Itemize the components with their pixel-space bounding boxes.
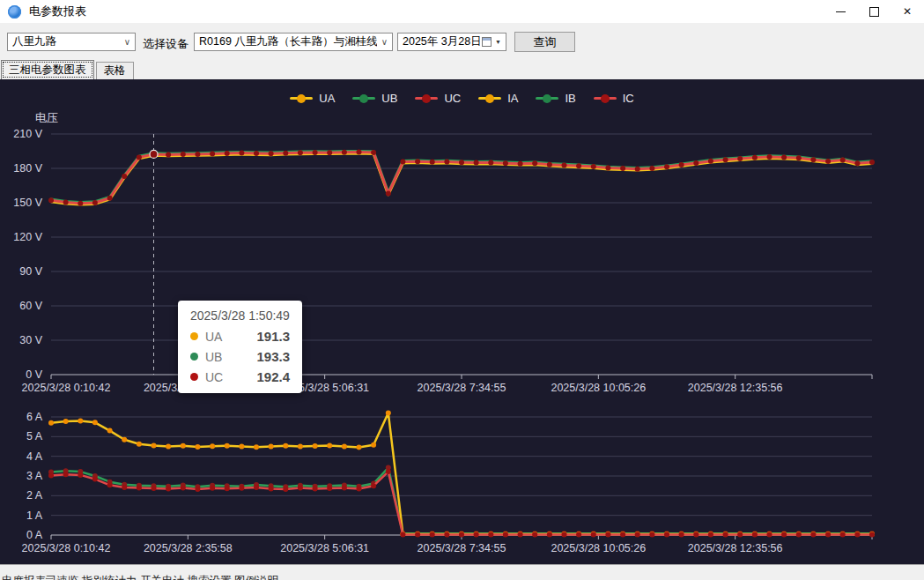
legend-label: UA [319, 92, 335, 105]
tooltip-series-dot-icon [190, 353, 198, 361]
svg-text:2025/3/28 2:35:58: 2025/3/28 2:35:58 [144, 542, 233, 554]
legend-swatch-icon [594, 97, 617, 100]
tooltip-row: UB193.3 [190, 349, 290, 364]
svg-text:2025/3/28 0:10:42: 2025/3/28 0:10:42 [22, 382, 111, 394]
svg-text:30 V: 30 V [19, 334, 42, 346]
legend-swatch-icon [478, 97, 501, 100]
chevron-down-icon: ∨ [377, 37, 388, 47]
chart-legend: UAUBUCIAIBIC [0, 92, 924, 105]
svg-text:2025/3/28 0:10:42: 2025/3/28 0:10:42 [22, 542, 111, 554]
app-window: 电参数报表 ✕ 八里九路 ∨ 选择设备 R0169 八里九路（长丰路）与湘桂线交… [0, 0, 924, 580]
tooltip-time: 2025/3/28 1:50:49 [190, 309, 290, 323]
device-select[interactable]: R0169 八里九路（长丰路）与湘桂线交 ∨ [194, 33, 393, 51]
svg-text:6 A: 6 A [26, 411, 43, 423]
tooltip-row: UA191.3 [190, 329, 290, 344]
chart-page: UAUBUCIAIBIC 0 V30 V60 V90 V120 V150 V18… [0, 79, 924, 564]
tab-table[interactable]: 表格 [96, 62, 134, 79]
tab-strip: 三相电参数图表 表格 [0, 60, 924, 79]
svg-text:120 V: 120 V [13, 231, 42, 243]
device-label: 选择设备 [143, 36, 188, 52]
svg-text:0 V: 0 V [26, 368, 42, 381]
svg-text:0 A: 0 A [26, 529, 43, 541]
legend-item-UA[interactable]: UA [290, 92, 335, 105]
chevron-down-icon: ∨ [120, 37, 130, 47]
charts-canvas[interactable]: 0 V30 V60 V90 V120 V150 V180 V210 V2025/… [0, 79, 924, 564]
tab-three-phase-chart[interactable]: 三相电参数图表 [1, 60, 94, 79]
legend-dot-icon [297, 94, 306, 103]
legend-dot-icon [485, 94, 494, 103]
svg-text:电压: 电压 [35, 111, 58, 124]
legend-item-IB[interactable]: IB [536, 92, 575, 105]
svg-text:60 V: 60 V [19, 300, 42, 312]
svg-text:4 A: 4 A [26, 450, 43, 463]
toolbar: 八里九路 ∨ 选择设备 R0169 八里九路（长丰路）与湘桂线交 ∨ 2025年… [0, 23, 924, 60]
line-select[interactable]: 八里九路 ∨ [7, 33, 136, 51]
query-button[interactable]: 查询 [514, 32, 575, 52]
svg-text:5 A: 5 A [26, 430, 43, 442]
legend-item-UB[interactable]: UB [352, 92, 397, 105]
dropdown-arrow-icon: ▼ [492, 39, 501, 45]
svg-text:2 A: 2 A [26, 489, 43, 502]
legend-dot-icon [422, 94, 431, 103]
bottom-strip: 电度报表司速监 指别统计力 开关电计 搜索设置 图例说明 [0, 564, 924, 580]
bottom-strip-text: 电度报表司速监 指别统计力 开关电计 搜索设置 图例说明 [2, 574, 924, 580]
legend-label: IA [507, 92, 518, 105]
window-title: 电参数报表 [29, 4, 86, 19]
maximize-button[interactable] [857, 0, 891, 23]
legend-item-IA[interactable]: IA [478, 92, 518, 105]
legend-item-IC[interactable]: IC [594, 92, 634, 105]
titlebar: 电参数报表 ✕ [0, 0, 924, 23]
svg-text:1 A: 1 A [26, 509, 43, 522]
legend-dot-icon [601, 94, 610, 103]
svg-text:180 V: 180 V [13, 162, 42, 175]
legend-label: IB [565, 92, 575, 105]
svg-text:2025/3/28 7:34:55: 2025/3/28 7:34:55 [418, 382, 506, 394]
legend-label: UC [444, 92, 461, 105]
tooltip-series-dot-icon [190, 373, 198, 381]
svg-text:90 V: 90 V [19, 265, 42, 278]
svg-text:2025/3/28 12:35:56: 2025/3/28 12:35:56 [688, 382, 783, 394]
close-icon: ✕ [903, 6, 912, 17]
close-button[interactable]: ✕ [891, 0, 924, 23]
tooltip-row: UC192.4 [190, 369, 290, 384]
maximize-icon [869, 7, 879, 17]
window-controls: ✕ [824, 0, 924, 23]
device-select-value: R0169 八里九路（长丰路）与湘桂线交 [199, 34, 377, 49]
date-picker[interactable]: 2025年 3月28日 ▼ [397, 33, 506, 51]
svg-text:2025/3/28 5:06:31: 2025/3/28 5:06:31 [280, 542, 369, 554]
svg-text:2025/3/28 12:35:56: 2025/3/28 12:35:56 [688, 542, 783, 554]
svg-text:3 A: 3 A [26, 470, 43, 482]
tooltip-rows: UA191.3UB193.3UC192.4 [190, 329, 290, 384]
legend-swatch-icon [352, 97, 375, 100]
legend-swatch-icon [415, 97, 438, 100]
legend-dot-icon [543, 94, 551, 103]
svg-text:2025/3/28 10:05:26: 2025/3/28 10:05:26 [551, 542, 646, 554]
chart-tooltip: 2025/3/28 1:50:49 UA191.3UB193.3UC192.4 [178, 301, 302, 393]
legend-swatch-icon [290, 97, 313, 100]
date-value: 2025年 3月28日 [403, 34, 482, 49]
minimize-icon [836, 11, 846, 12]
svg-text:2025/3/28 10:05:26: 2025/3/28 10:05:26 [551, 382, 646, 394]
line-select-value: 八里九路 [12, 34, 56, 49]
svg-text:150 V: 150 V [13, 197, 42, 209]
legend-label: IC [623, 92, 634, 105]
legend-swatch-icon [536, 97, 558, 100]
minimize-button[interactable] [824, 0, 857, 23]
calendar-icon [482, 37, 492, 47]
svg-text:210 V: 210 V [13, 128, 42, 140]
svg-text:2025/3/28 7:34:55: 2025/3/28 7:34:55 [418, 542, 506, 554]
legend-item-UC[interactable]: UC [415, 92, 461, 105]
tooltip-series-dot-icon [190, 332, 198, 340]
legend-label: UB [381, 92, 397, 105]
legend-dot-icon [359, 94, 368, 103]
app-icon [8, 5, 21, 19]
